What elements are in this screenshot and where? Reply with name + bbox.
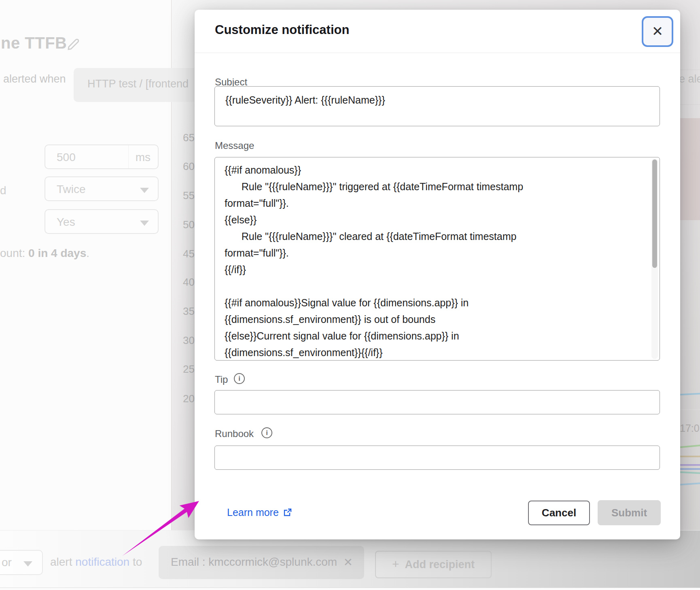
threshold-value: 500: [57, 151, 76, 164]
message-value: {{#if anomalous}} Rule "{{{ruleName}}}" …: [225, 162, 641, 361]
divider: [0, 588, 700, 588]
notification-link[interactable]: notification: [75, 556, 129, 568]
close-button[interactable]: ✕: [642, 16, 673, 47]
severity-dropdown-value: or: [2, 556, 12, 569]
subject-value: {{ruleSeverity}} Alert: {{{ruleName}}}: [225, 94, 385, 106]
page-title: ne TTFB: [1, 34, 67, 52]
chevron-down-icon: [140, 221, 149, 226]
external-link-icon: [283, 507, 293, 517]
severity-dropdown[interactable]: or: [0, 550, 43, 575]
runbook-input[interactable]: [214, 446, 660, 470]
yes-dropdown-value: Yes: [57, 216, 75, 229]
chart-line: [679, 468, 700, 470]
threshold-unit: ms: [136, 151, 151, 164]
edit-pencil-icon[interactable]: [66, 36, 82, 52]
screen: ne TTFB alerted when HTTP test / [fronte…: [0, 0, 700, 590]
chart-line: [679, 464, 700, 466]
recipient-chip[interactable]: Email : kmccormick@splunk.com ✕: [159, 546, 364, 579]
info-icon[interactable]: i: [234, 373, 245, 384]
chart-line: [679, 456, 700, 457]
tab-http-test-label: HTTP test / [frontend: [87, 78, 189, 90]
tab-alerted-when[interactable]: alerted when: [3, 73, 66, 85]
input-divider: [128, 145, 129, 168]
runbook-label: Runbook: [215, 428, 254, 439]
twice-dropdown[interactable]: Twice: [45, 176, 159, 201]
chart-gridline: [680, 410, 700, 410]
tip-input[interactable]: [214, 390, 660, 414]
tab-row-line: [680, 70, 700, 70]
tip-label: Tip: [215, 374, 228, 385]
add-recipient-button[interactable]: +Add recipient: [375, 551, 492, 578]
remove-recipient-icon[interactable]: ✕: [344, 556, 353, 569]
plus-icon: +: [392, 557, 399, 571]
threshold-input[interactable]: 500 ms: [45, 144, 159, 169]
customize-notification-dialog: Customize notification ✕ Subject {{ruleS…: [195, 10, 680, 539]
alert-sentence: alert notification to: [50, 556, 142, 569]
cancel-button[interactable]: Cancel: [528, 501, 590, 525]
yes-dropdown[interactable]: Yes: [45, 209, 159, 234]
scrollbar[interactable]: [651, 159, 658, 359]
subject-input[interactable]: {{ruleSeverity}} Alert: {{{ruleName}}}: [214, 86, 660, 126]
message-textarea[interactable]: {{#if anomalous}} Rule "{{{ruleName}}}" …: [214, 157, 660, 361]
message-label: Message: [215, 140, 254, 151]
recipient-chip-label: Email : kmccormick@splunk.com: [171, 556, 337, 569]
chart-band: [680, 118, 700, 220]
dialog-title: Customize notification: [215, 23, 349, 37]
twice-dropdown-value: Twice: [57, 183, 86, 196]
cut-label: d: [0, 184, 6, 197]
close-icon: ✕: [643, 24, 672, 38]
info-icon[interactable]: i: [261, 427, 272, 438]
alert-count-text: ount: 0 in 4 days.: [0, 247, 89, 260]
learn-more-link[interactable]: Learn more: [227, 507, 293, 518]
tab-http-test[interactable]: HTTP test / [frontend: [74, 68, 194, 102]
tab-row-line: [680, 104, 700, 105]
submit-button[interactable]: Submit: [598, 500, 661, 525]
divider: [195, 53, 680, 53]
chevron-down-icon: [140, 188, 149, 193]
x-axis-time-label: 17:0: [680, 422, 700, 434]
add-recipient-label: Add recipient: [405, 558, 475, 571]
chevron-down-icon: [23, 561, 32, 567]
scrollbar-thumb[interactable]: [652, 159, 657, 268]
tab-fragment-text: e ale: [679, 73, 700, 85]
alert-count-bold: 0 in 4 days: [28, 247, 86, 259]
